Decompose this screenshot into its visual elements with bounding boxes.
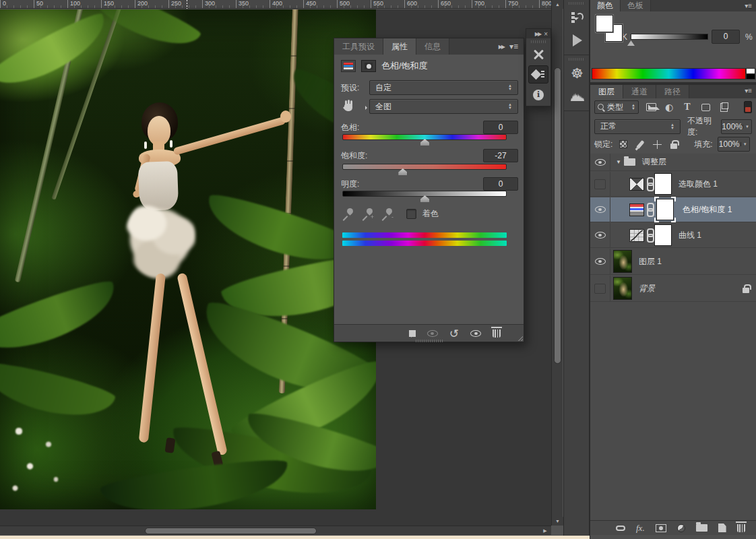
panel-drag-grip[interactable] [416, 340, 443, 342]
layer-row-layer1[interactable]: 图层 1 [590, 249, 756, 275]
lock-all-icon[interactable] [668, 140, 680, 149]
mask-link-icon[interactable] [646, 228, 652, 242]
channel-dropdown[interactable]: 全图 ▲▼ [369, 99, 518, 114]
hue-value-field[interactable]: 0 [483, 121, 518, 134]
layer-row-curves[interactable]: 曲线 1 [590, 223, 756, 248]
layer-row-hue-saturation[interactable]: 色相/饱和度 1 [590, 197, 756, 222]
collapse-dock-icon[interactable]: ▶▶ [535, 31, 540, 37]
visibility-toggle[interactable] [590, 276, 610, 301]
k-slider[interactable] [631, 34, 708, 40]
targeted-adjustment-icon[interactable] [341, 100, 369, 113]
selective-color-icon[interactable] [629, 178, 644, 191]
lightness-slider-thumb[interactable] [420, 195, 429, 202]
filter-smart-objects-icon[interactable] [718, 103, 730, 112]
clip-to-layer-icon[interactable] [406, 329, 416, 338]
saturation-slider-thumb[interactable] [398, 168, 407, 175]
mask-link-icon[interactable] [646, 203, 652, 216]
tab-layers[interactable]: 图层 [590, 85, 623, 98]
mask-link-icon[interactable] [646, 177, 652, 191]
lock-position-icon[interactable] [651, 140, 663, 149]
spectrum-black-swatch[interactable] [746, 73, 755, 80]
visibility-toggle[interactable] [590, 172, 610, 196]
layer-mask-thumbnail[interactable] [654, 173, 672, 195]
color-panel-menu-icon[interactable]: ▾≡ [745, 0, 756, 11]
layer-name[interactable]: 背景 [639, 283, 655, 294]
layer-row-group[interactable]: ▼ 调整层 [590, 154, 756, 171]
histogram-panel-icon[interactable] [564, 85, 590, 108]
actions-panel-icon[interactable] [564, 29, 590, 52]
tool-presets-panel-icon[interactable] [528, 45, 548, 63]
tab-info[interactable]: 信息 [416, 38, 449, 55]
layer-thumbnail[interactable] [613, 277, 632, 300]
close-dock-icon[interactable]: × [544, 30, 548, 38]
dock-grip[interactable] [569, 58, 584, 61]
horizontal-scrollbar[interactable]: ▶ [0, 526, 551, 535]
delete-adjustment-icon[interactable] [493, 329, 501, 338]
lightness-value-field[interactable]: 0 [483, 177, 518, 191]
filter-pixel-layers-icon[interactable] [645, 103, 657, 111]
foreground-color-swatch[interactable] [596, 15, 613, 32]
scroll-down-arrow[interactable]: ▼ [552, 517, 563, 526]
layer-row-selective-color[interactable]: 选取颜色 1 [590, 172, 756, 197]
layer-style-icon[interactable]: fx. [636, 523, 645, 534]
color-spectrum-ramp[interactable] [592, 68, 746, 80]
tab-color[interactable]: 颜色 [590, 0, 621, 11]
navigator-panel-icon[interactable]: ☸ [564, 62, 590, 85]
layer-name[interactable]: 图层 1 [639, 256, 662, 267]
curves-icon[interactable] [629, 229, 644, 242]
layer-name[interactable]: 色相/饱和度 1 [683, 204, 732, 216]
scroll-up-arrow[interactable]: ▲ [552, 0, 563, 9]
panel-menu-icon[interactable]: ▾≡ [509, 42, 518, 51]
info-panel-icon[interactable]: i [528, 86, 548, 104]
layer-name[interactable]: 曲线 1 [679, 230, 701, 241]
tab-properties[interactable]: 属性 [383, 38, 416, 55]
dropdown-arrow-icon[interactable]: ▼ [743, 125, 751, 129]
horizontal-ruler[interactable]: 0501001502002503003504004505005506006507… [0, 0, 551, 9]
opacity-field[interactable]: 100% ▼ [721, 119, 752, 134]
lightness-slider[interactable] [342, 191, 507, 197]
lock-transparency-icon[interactable] [617, 140, 629, 148]
vertical-scrollbar[interactable]: ▲ ▼ [551, 0, 563, 526]
layer-mask-thumbnail[interactable] [654, 224, 672, 246]
saturation-value-field[interactable]: -27 [483, 149, 518, 162]
link-layers-icon[interactable] [616, 526, 625, 531]
filter-type-layers-icon[interactable]: T [681, 102, 693, 113]
eyedropper-add-icon[interactable]: + [360, 207, 374, 220]
dock-grip[interactable] [569, 2, 584, 5]
saturation-slider[interactable] [342, 164, 507, 170]
collapse-panel-icon[interactable]: ▶▶ [499, 44, 504, 50]
tab-tool-presets[interactable]: 工具预设 [334, 38, 383, 55]
new-adjustment-layer-icon[interactable] [677, 524, 685, 532]
hue-saturation-icon[interactable] [629, 203, 644, 216]
reset-adjustment-icon[interactable]: ↺ [449, 328, 459, 339]
dock-grip[interactable] [531, 40, 546, 43]
layers-panel-menu-icon[interactable]: ▾≡ [745, 85, 756, 98]
layer-thumbnail[interactable] [613, 250, 632, 273]
layer-name[interactable]: 调整层 [642, 156, 666, 168]
tab-channels[interactable]: 通道 [623, 85, 656, 98]
k-slider-thumb[interactable] [627, 40, 635, 46]
visibility-toggle[interactable] [590, 154, 610, 170]
new-group-icon[interactable] [696, 524, 707, 532]
mask-properties-icon[interactable] [361, 60, 376, 72]
visibility-toggle[interactable] [590, 223, 610, 247]
vertical-scroll-thumb[interactable] [554, 67, 561, 364]
tab-swatches[interactable]: 色板 [621, 0, 651, 11]
add-mask-icon[interactable] [656, 524, 666, 532]
eyedropper-subtract-icon[interactable]: - [380, 207, 393, 220]
scroll-right-arrow[interactable]: ▶ [540, 526, 550, 536]
layer-mask-thumbnail[interactable] [656, 199, 674, 220]
toggle-visibility-icon[interactable] [470, 330, 481, 337]
tab-paths[interactable]: 路径 [656, 85, 689, 98]
canvas-photo[interactable] [0, 9, 376, 509]
hue-slider[interactable] [342, 134, 507, 140]
lock-pixels-icon[interactable] [634, 140, 646, 149]
dropdown-arrow-icon[interactable]: ▼ [741, 142, 749, 146]
colorize-checkbox[interactable] [406, 209, 416, 219]
view-previous-state-icon[interactable] [427, 330, 438, 337]
blend-mode-dropdown[interactable]: 正常 ▲▼ [594, 119, 681, 134]
eyedropper-icon[interactable] [341, 207, 354, 220]
visibility-toggle[interactable] [590, 249, 610, 274]
filter-shape-layers-icon[interactable] [699, 104, 712, 111]
filter-toggle-switch[interactable] [744, 101, 752, 113]
